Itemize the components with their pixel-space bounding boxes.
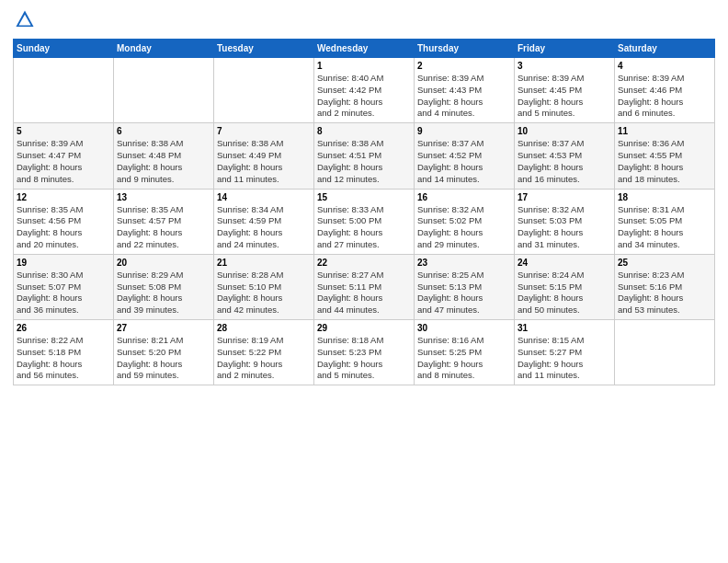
calendar-cell: 16Sunrise: 8:32 AMSunset: 5:02 PMDayligh… [415,189,515,254]
day-info: Sunrise: 8:28 AMSunset: 5:10 PMDaylight:… [217,270,311,316]
day-info: Sunrise: 8:25 AMSunset: 5:13 PMDaylight:… [417,270,511,316]
calendar-cell: 28Sunrise: 8:19 AMSunset: 5:22 PMDayligh… [214,320,314,385]
day-number: 24 [518,258,611,268]
header-tuesday: Tuesday [214,40,314,58]
header-friday: Friday [515,40,615,58]
day-info: Sunrise: 8:16 AMSunset: 5:25 PMDaylight:… [417,335,511,382]
calendar-cell: 14Sunrise: 8:34 AMSunset: 4:59 PMDayligh… [214,189,314,254]
calendar-cell: 26Sunrise: 8:22 AMSunset: 5:18 PMDayligh… [14,320,114,385]
calendar-cell: 22Sunrise: 8:27 AMSunset: 5:11 PMDayligh… [314,254,415,319]
calendar-cell: 11Sunrise: 8:36 AMSunset: 4:55 PMDayligh… [615,123,715,189]
header-monday: Monday [114,40,214,58]
day-number: 17 [518,192,611,202]
day-info: Sunrise: 8:39 AMSunset: 4:47 PMDaylight:… [17,138,110,185]
day-number: 12 [17,192,110,202]
day-info: Sunrise: 8:38 AMSunset: 4:48 PMDaylight:… [117,138,210,185]
calendar-cell: 6Sunrise: 8:38 AMSunset: 4:48 PMDaylight… [114,123,214,189]
calendar-cell: 19Sunrise: 8:30 AMSunset: 5:07 PMDayligh… [14,254,114,319]
day-number: 21 [217,258,311,268]
calendar-cell: 5Sunrise: 8:39 AMSunset: 4:47 PMDaylight… [14,123,114,189]
day-info: Sunrise: 8:35 AMSunset: 4:57 PMDaylight:… [117,204,210,251]
day-number: 3 [518,61,611,71]
day-info: Sunrise: 8:27 AMSunset: 5:11 PMDaylight:… [317,270,411,316]
day-number: 4 [618,61,711,71]
day-info: Sunrise: 8:22 AMSunset: 5:18 PMDaylight:… [17,335,110,382]
day-number: 14 [217,192,311,202]
day-number: 15 [317,192,411,202]
calendar-cell: 20Sunrise: 8:29 AMSunset: 5:08 PMDayligh… [114,254,214,319]
day-info: Sunrise: 8:37 AMSunset: 4:52 PMDaylight:… [417,138,511,185]
calendar: SundayMondayTuesdayWednesdayThursdayFrid… [13,39,715,385]
day-number: 1 [317,61,411,71]
calendar-cell: 25Sunrise: 8:23 AMSunset: 5:16 PMDayligh… [615,254,715,319]
day-number: 10 [518,126,611,136]
header-wednesday: Wednesday [314,40,415,58]
calendar-cell [615,320,715,385]
logo [13,9,37,33]
calendar-cell: 21Sunrise: 8:28 AMSunset: 5:10 PMDayligh… [214,254,314,319]
calendar-cell: 12Sunrise: 8:35 AMSunset: 4:56 PMDayligh… [14,189,114,254]
day-info: Sunrise: 8:39 AMSunset: 4:46 PMDaylight:… [618,73,711,120]
calendar-cell [14,58,114,123]
day-info: Sunrise: 8:18 AMSunset: 5:23 PMDaylight:… [317,335,411,382]
calendar-cell [114,58,214,123]
day-number: 5 [17,126,110,136]
calendar-cell: 27Sunrise: 8:21 AMSunset: 5:20 PMDayligh… [114,320,214,385]
day-number: 27 [117,323,210,333]
calendar-cell: 23Sunrise: 8:25 AMSunset: 5:13 PMDayligh… [415,254,515,319]
calendar-cell: 29Sunrise: 8:18 AMSunset: 5:23 PMDayligh… [314,320,415,385]
week-row-4: 19Sunrise: 8:30 AMSunset: 5:07 PMDayligh… [14,254,715,319]
day-info: Sunrise: 8:34 AMSunset: 4:59 PMDaylight:… [217,204,311,251]
day-number: 11 [618,126,711,136]
calendar-cell: 2Sunrise: 8:39 AMSunset: 4:43 PMDaylight… [415,58,515,123]
calendar-header-row: SundayMondayTuesdayWednesdayThursdayFrid… [14,40,715,58]
day-info: Sunrise: 8:38 AMSunset: 4:49 PMDaylight:… [217,138,311,185]
calendar-cell: 24Sunrise: 8:24 AMSunset: 5:15 PMDayligh… [515,254,615,319]
day-info: Sunrise: 8:21 AMSunset: 5:20 PMDaylight:… [117,335,210,382]
week-row-2: 5Sunrise: 8:39 AMSunset: 4:47 PMDaylight… [14,123,715,189]
day-info: Sunrise: 8:32 AMSunset: 5:02 PMDaylight:… [417,204,511,251]
day-info: Sunrise: 8:23 AMSunset: 5:16 PMDaylight:… [618,270,711,316]
calendar-cell [214,58,314,123]
day-info: Sunrise: 8:19 AMSunset: 5:22 PMDaylight:… [217,335,311,382]
calendar-cell: 8Sunrise: 8:38 AMSunset: 4:51 PMDaylight… [314,123,415,189]
page: SundayMondayTuesdayWednesdayThursdayFrid… [0,0,728,563]
calendar-cell: 9Sunrise: 8:37 AMSunset: 4:52 PMDaylight… [415,123,515,189]
day-number: 20 [117,258,210,268]
day-number: 30 [417,323,511,333]
day-info: Sunrise: 8:40 AMSunset: 4:42 PMDaylight:… [317,73,411,120]
day-number: 13 [117,192,210,202]
day-number: 18 [618,192,711,202]
calendar-cell: 10Sunrise: 8:37 AMSunset: 4:53 PMDayligh… [515,123,615,189]
calendar-cell: 7Sunrise: 8:38 AMSunset: 4:49 PMDaylight… [214,123,314,189]
day-number: 23 [417,258,511,268]
week-row-1: 1Sunrise: 8:40 AMSunset: 4:42 PMDaylight… [14,58,715,123]
calendar-cell: 13Sunrise: 8:35 AMSunset: 4:57 PMDayligh… [114,189,214,254]
day-number: 6 [117,126,210,136]
header [13,9,715,33]
day-number: 29 [317,323,411,333]
day-number: 22 [317,258,411,268]
day-number: 9 [417,126,511,136]
day-info: Sunrise: 8:35 AMSunset: 4:56 PMDaylight:… [17,204,110,251]
calendar-cell: 3Sunrise: 8:39 AMSunset: 4:45 PMDaylight… [515,58,615,123]
week-row-3: 12Sunrise: 8:35 AMSunset: 4:56 PMDayligh… [14,189,715,254]
header-sunday: Sunday [14,40,114,58]
day-number: 31 [518,323,611,333]
day-info: Sunrise: 8:39 AMSunset: 4:45 PMDaylight:… [518,73,611,120]
calendar-cell: 18Sunrise: 8:31 AMSunset: 5:05 PMDayligh… [615,189,715,254]
day-number: 25 [618,258,711,268]
calendar-cell: 17Sunrise: 8:32 AMSunset: 5:03 PMDayligh… [515,189,615,254]
day-info: Sunrise: 8:29 AMSunset: 5:08 PMDaylight:… [117,270,210,316]
day-number: 7 [217,126,311,136]
calendar-cell: 4Sunrise: 8:39 AMSunset: 4:46 PMDaylight… [615,58,715,123]
day-number: 2 [417,61,511,71]
day-info: Sunrise: 8:24 AMSunset: 5:15 PMDaylight:… [518,270,611,316]
calendar-cell: 31Sunrise: 8:15 AMSunset: 5:27 PMDayligh… [515,320,615,385]
day-info: Sunrise: 8:32 AMSunset: 5:03 PMDaylight:… [518,204,611,251]
calendar-cell: 1Sunrise: 8:40 AMSunset: 4:42 PMDaylight… [314,58,415,123]
day-info: Sunrise: 8:31 AMSunset: 5:05 PMDaylight:… [618,204,711,251]
day-number: 16 [417,192,511,202]
calendar-cell: 30Sunrise: 8:16 AMSunset: 5:25 PMDayligh… [415,320,515,385]
header-thursday: Thursday [415,40,515,58]
